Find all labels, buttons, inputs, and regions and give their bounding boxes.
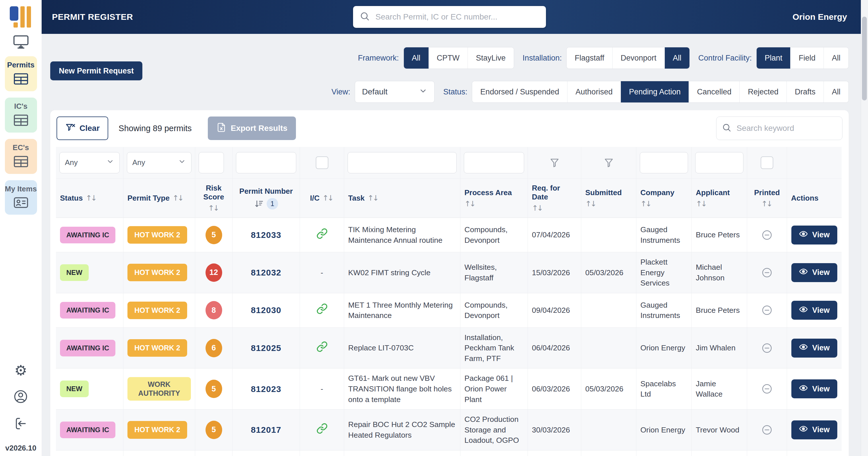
filter-input-permit-number[interactable]: [236, 152, 296, 173]
segment-option-endorsed-suspended[interactable]: Endorsed / Suspended: [472, 81, 567, 102]
sort-icon[interactable]: ↑↓: [208, 204, 220, 213]
segment-option-authorised[interactable]: Authorised: [567, 81, 621, 102]
column-header-printed[interactable]: Printed↑↓: [747, 178, 787, 218]
permit-number-link[interactable]: 812033: [251, 229, 281, 241]
segment-option-drafts[interactable]: Drafts: [786, 81, 824, 102]
sort-icon[interactable]: ↑↓: [86, 194, 97, 202]
ic-link-icon[interactable]: [316, 228, 328, 242]
submitted-text: 05/03/2026: [585, 267, 623, 278]
global-search-input[interactable]: [375, 12, 539, 22]
permit-number-link[interactable]: 812025: [251, 342, 281, 354]
column-header-applicant[interactable]: Applicant↑↓: [692, 178, 747, 218]
sidebar-item-ecs[interactable]: EC's: [5, 139, 37, 174]
sidebar-item-my-items[interactable]: My Items: [5, 180, 37, 215]
filter-select-status[interactable]: Any: [59, 152, 120, 173]
sort-icon[interactable]: ↑↓: [532, 204, 544, 213]
sort-icon[interactable]: ↑↓: [696, 199, 707, 208]
risk-score-badge: 8: [206, 301, 222, 319]
column-header-submitted[interactable]: Submitted↑↓: [581, 178, 637, 218]
segment-option-field[interactable]: Field: [790, 47, 824, 69]
status-badge: AWAITING IC: [60, 340, 115, 356]
ic-link-icon[interactable]: [316, 423, 328, 437]
view-button[interactable]: View: [792, 226, 837, 245]
export-results-button[interactable]: Export Results: [208, 117, 296, 140]
permit-number-link[interactable]: 812030: [251, 304, 281, 316]
sidebar-item-label: Permits: [7, 61, 34, 69]
segment-option-cptw[interactable]: CPTW: [429, 47, 468, 69]
sort-icon[interactable]: ↑↓: [640, 199, 652, 208]
ic-link-icon[interactable]: [316, 341, 328, 355]
sort-icon[interactable]: ↑↓: [585, 199, 597, 208]
permit-register-app: Permits IC's EC's My: [0, 0, 868, 456]
search-icon: [722, 123, 732, 133]
task-text: GT61- Mark out new VBV TRANSITION flange…: [348, 373, 456, 404]
column-header-status[interactable]: Status↑↓: [56, 178, 123, 218]
user-profile-icon[interactable]: [14, 390, 28, 404]
segment-option-plant[interactable]: Plant: [756, 47, 790, 69]
segment-option-all[interactable]: All: [824, 81, 848, 102]
filter-checkbox-printed[interactable]: [761, 156, 773, 169]
filter-input-applicant[interactable]: [695, 152, 743, 173]
sidebar-item-permits[interactable]: Permits: [5, 56, 37, 91]
filter-input-company[interactable]: [640, 152, 688, 173]
view-button[interactable]: View: [792, 379, 837, 398]
keyword-search-input[interactable]: [736, 123, 836, 133]
column-header-task[interactable]: Task↑↓: [344, 178, 460, 218]
filter-input-process-area[interactable]: [464, 152, 524, 173]
column-header-permit-type[interactable]: Permit Type↑↓: [123, 178, 195, 218]
view-button[interactable]: View: [792, 263, 837, 282]
column-header-risk-score[interactable]: Risk Score↑↓: [195, 178, 232, 218]
sort-icon[interactable]: ↑↓: [761, 199, 773, 208]
permit-number-link[interactable]: 812017: [251, 424, 281, 436]
risk-score-badge: 12: [206, 263, 222, 282]
column-header-i-c[interactable]: I/C↑↓: [300, 178, 344, 218]
sidebar-item-ics[interactable]: IC's: [5, 98, 37, 133]
sidebar-item-dashboard[interactable]: [13, 35, 29, 50]
view-button[interactable]: View: [792, 338, 837, 358]
view-button[interactable]: View: [792, 420, 837, 439]
sort-icon[interactable]: ↑↓: [367, 194, 379, 202]
segment-option-all[interactable]: All: [824, 47, 848, 69]
segment-option-all[interactable]: All: [664, 47, 689, 69]
gear-icon[interactable]: ⚙: [14, 363, 27, 378]
results-toolbar: Clear Showing 89 permits Export Results: [50, 110, 849, 144]
ic-empty-dash: -: [321, 384, 323, 394]
filter-input-risk-score[interactable]: [198, 152, 224, 173]
column-header-process-area[interactable]: Process Area↑↓: [460, 178, 528, 218]
view-dropdown[interactable]: Default: [355, 81, 435, 103]
table-row: NEW HOT WORK 2 12 812032 - KW02 FIMT str…: [56, 252, 843, 293]
segment-option-staylive[interactable]: StayLive: [468, 47, 514, 69]
segment-option-all[interactable]: All: [404, 47, 429, 69]
column-header-req-for-date[interactable]: Req. for Date↑↓: [528, 178, 581, 218]
filter-input-task[interactable]: [348, 152, 457, 173]
ic-link-icon[interactable]: [316, 303, 328, 317]
column-header-permit-number[interactable]: Permit Number1: [232, 178, 300, 218]
column-header-company[interactable]: Company↑↓: [637, 178, 692, 218]
sort-descending-icon[interactable]: [254, 199, 264, 208]
view-button[interactable]: View: [792, 301, 837, 320]
clear-filters-button[interactable]: Clear: [57, 117, 108, 140]
permit-number-link[interactable]: 812023: [251, 383, 281, 395]
segment-option-devonport[interactable]: Devonport: [612, 47, 664, 69]
permit-number-link[interactable]: 812032: [251, 267, 281, 279]
filter-funnel-icon-submitted[interactable]: [603, 157, 615, 168]
top-bar: PERMIT REGISTER Orion Energy: [42, 0, 868, 34]
scrollbar-thumb[interactable]: [862, 17, 867, 100]
new-permit-request-button[interactable]: New Permit Request: [50, 61, 143, 80]
logout-icon[interactable]: [14, 417, 28, 432]
sort-icon[interactable]: ↑↓: [464, 199, 476, 208]
segment-option-rejected[interactable]: Rejected: [739, 81, 786, 102]
filter-select-permit-type[interactable]: Any: [127, 152, 191, 173]
chevron-down-icon: [106, 158, 114, 168]
filter-checkbox-i-c[interactable]: [316, 156, 329, 169]
sort-icon[interactable]: ↑↓: [173, 194, 184, 202]
table-row: NEW WORK AUTHORITY 5 812023 - GT61- Mark…: [56, 368, 843, 410]
segment-option-pending-action[interactable]: Pending Action: [621, 81, 689, 102]
segment-option-flagstaff[interactable]: Flagstaff: [567, 47, 612, 69]
page-scrollbar[interactable]: [861, 0, 868, 456]
view-dropdown-value: Default: [362, 87, 388, 96]
filter-funnel-icon-req-for-date[interactable]: [549, 157, 560, 168]
segment-option-cancelled[interactable]: Cancelled: [689, 81, 739, 102]
req-date-text: 06/03/2026: [532, 384, 570, 394]
sort-icon[interactable]: ↑↓: [322, 194, 334, 202]
